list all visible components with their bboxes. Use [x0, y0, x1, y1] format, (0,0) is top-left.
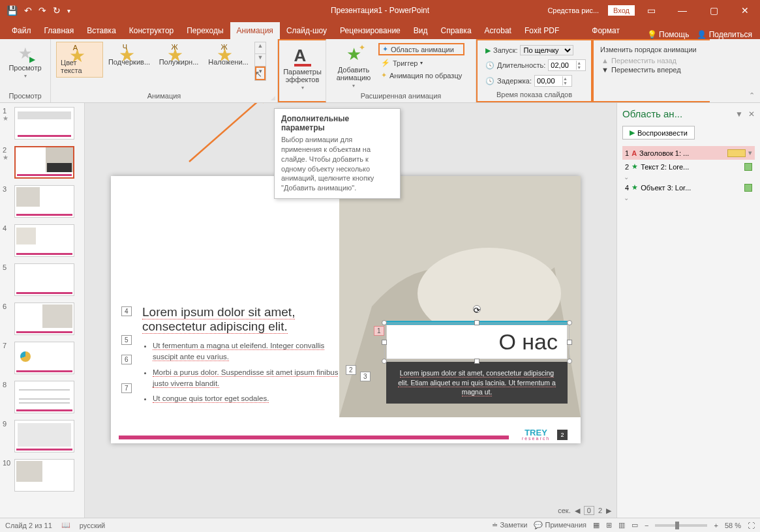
about-title[interactable]: О нас: [396, 329, 558, 355]
close-icon[interactable]: ✕: [730, 0, 760, 21]
tab-review[interactable]: Рецензирование: [333, 22, 407, 39]
spellcheck-icon[interactable]: 📖: [61, 521, 70, 529]
anim-color-text[interactable]: ★A Цвет текста: [56, 42, 103, 78]
minimize-icon[interactable]: —: [667, 0, 697, 21]
help-tellme[interactable]: 💡 Помощь: [647, 30, 690, 39]
gallery-down-icon[interactable]: ▼: [255, 54, 266, 66]
play-button[interactable]: ▶Воспроизвести: [622, 126, 695, 140]
thumb-10[interactable]: [14, 459, 74, 492]
delay-spinner[interactable]: ▲▼: [534, 75, 572, 87]
collapse-ribbon-icon[interactable]: ⌃: [749, 91, 755, 100]
anim-tag-7[interactable]: 7: [121, 383, 132, 393]
qat-more-icon[interactable]: ▾: [67, 7, 70, 14]
zoom-value[interactable]: 58 %: [725, 522, 741, 529]
tab-animations[interactable]: Анимация: [230, 22, 280, 39]
thumb-9[interactable]: [14, 420, 74, 452]
view-normal-icon[interactable]: ▦: [593, 521, 600, 529]
anim-item-3[interactable]: 4★Объект 3: Lor...: [622, 181, 755, 194]
slide-bullet-1: Ut fermentum a magna ut eleifend. Intege…: [153, 342, 324, 361]
zoom-in-icon[interactable]: +: [714, 522, 718, 529]
anim-tag-2[interactable]: 2: [346, 365, 356, 375]
ribbon-group-advanced: ★ ✦ Добавить анимацию ▾ ✦ Область анимац…: [326, 39, 476, 102]
tab-transitions[interactable]: Переходы: [180, 22, 230, 39]
card-text[interactable]: Lorem ipsum dolor sit amet, consectetur …: [398, 369, 556, 396]
trigger-button[interactable]: ⚡ Триггер ▾: [378, 58, 464, 68]
restart-icon[interactable]: ↻: [53, 5, 61, 16]
tab-slideshow[interactable]: Слайд-шоу: [280, 22, 333, 39]
seek-next-icon[interactable]: ▶: [606, 507, 611, 515]
tab-home[interactable]: Главная: [38, 22, 81, 39]
slide-thumbnails[interactable]: 1★ 2★ 3 4 5 6 7 8 9 10: [0, 103, 85, 518]
save-icon[interactable]: 💾: [7, 5, 18, 16]
dialog-launcher-icon[interactable]: ◢: [271, 95, 275, 101]
expand-icon[interactable]: ⌄: [622, 173, 755, 181]
thumb-6[interactable]: [14, 303, 74, 335]
seek-prev-icon[interactable]: ◀: [575, 507, 580, 515]
anim-tag-5[interactable]: 5: [121, 335, 132, 345]
notes-button[interactable]: ≐ Заметки: [492, 521, 527, 529]
tab-insert[interactable]: Вставка: [80, 22, 123, 39]
thumb-2[interactable]: [14, 146, 74, 179]
zoom-out-icon[interactable]: −: [645, 522, 648, 529]
animation-painter-button[interactable]: ✦ Анимация по образцу: [378, 70, 464, 80]
pane-close-icon[interactable]: ✕: [748, 110, 755, 119]
tab-file[interactable]: Файл: [5, 22, 38, 39]
gallery-up-icon[interactable]: ▲: [255, 42, 266, 54]
ribbon-display-icon[interactable]: ▭: [636, 0, 666, 21]
effect-options-button[interactable]: A Параметры эффектов ▾: [278, 39, 326, 102]
star-add-icon: ★ ✦: [346, 44, 361, 65]
anim-tag-3[interactable]: 3: [360, 372, 371, 381]
thumb-7[interactable]: [14, 342, 74, 374]
ribbon: ★ ▶ Просмотр ▾ Просмотр ★A Цвет текста ★…: [0, 39, 760, 103]
view-slideshow-icon[interactable]: ▭: [631, 521, 638, 529]
thumb-4[interactable]: [14, 224, 74, 257]
thumb-8[interactable]: [14, 381, 74, 413]
zoom-slider[interactable]: [655, 524, 707, 527]
redo-icon[interactable]: ↷: [38, 5, 46, 16]
view-reading-icon[interactable]: ▥: [618, 521, 625, 529]
tab-acrobat[interactable]: Acrobat: [478, 22, 518, 39]
add-animation-button[interactable]: ★ ✦ Добавить анимацию ▾: [331, 42, 376, 91]
anim-tag-6[interactable]: 6: [121, 355, 132, 364]
tab-foxit[interactable]: Foxit PDF: [518, 22, 566, 39]
anim-tag-4[interactable]: 4: [121, 306, 132, 316]
duration-spinner[interactable]: ▲▼: [548, 59, 586, 71]
undo-icon[interactable]: ↶: [24, 5, 32, 16]
view-sorter-icon[interactable]: ⊞: [606, 521, 612, 529]
seek-current: 0: [584, 506, 594, 515]
fit-icon[interactable]: ⛶: [748, 522, 755, 529]
animation-pane-button[interactable]: ✦ Область анимации: [378, 43, 464, 55]
pane-icon: ✦: [382, 45, 388, 53]
anim-item-2[interactable]: 2★Текст 2: Lore...: [622, 160, 755, 173]
move-later-button[interactable]: ▼Переместить вперед: [599, 65, 705, 74]
ribbon-group-animation: ★A Цвет текста ★Ч Подчеркив... ★Ж Полужи…: [51, 39, 278, 102]
maximize-icon[interactable]: ▢: [699, 0, 729, 21]
tab-view[interactable]: Вид: [407, 22, 434, 39]
gallery-more-button[interactable]: ▾ ↖: [255, 66, 266, 80]
tab-design[interactable]: Конструктор: [123, 22, 180, 39]
anim-bold[interactable]: ★Ж Полужирн...: [155, 42, 202, 68]
seek-total: 2: [598, 507, 602, 514]
anim-underline[interactable]: ★Ч Подчеркив...: [106, 42, 153, 68]
tab-format[interactable]: Формат: [585, 22, 626, 39]
anim-item-1[interactable]: 1AЗаголовок 1: ... ▾: [622, 146, 755, 160]
drawing-tools-context[interactable]: Средства рис...: [543, 3, 603, 18]
comments-button[interactable]: 💬 Примечания: [534, 521, 586, 529]
pane-title: Область ан...: [622, 108, 682, 119]
preview-button[interactable]: ★ ▶ Просмотр ▾: [5, 42, 45, 81]
pane-dropdown-icon[interactable]: ▼: [735, 110, 743, 119]
tab-help[interactable]: Справка: [434, 22, 478, 39]
expand-icon[interactable]: ⌄: [622, 194, 755, 201]
share-button[interactable]: 👤 Поделиться: [697, 30, 752, 39]
slide-heading-2: consectetur adipiscing elit.: [142, 319, 288, 334]
anim-tag-1[interactable]: 1: [374, 326, 384, 336]
slide-canvas[interactable]: Lorem ipsum dolor sit amet, consectetur …: [85, 103, 616, 518]
thumb-5[interactable]: [14, 263, 74, 296]
thumb-1[interactable]: [14, 107, 74, 140]
login-button[interactable]: Вход: [608, 5, 635, 16]
anim-overlay[interactable]: ★Ж Наложени...: [205, 42, 252, 68]
page-number: 2: [557, 430, 568, 440]
language[interactable]: русский: [80, 522, 105, 529]
start-dropdown[interactable]: По щелчку: [520, 45, 573, 55]
thumb-3[interactable]: [14, 185, 74, 218]
